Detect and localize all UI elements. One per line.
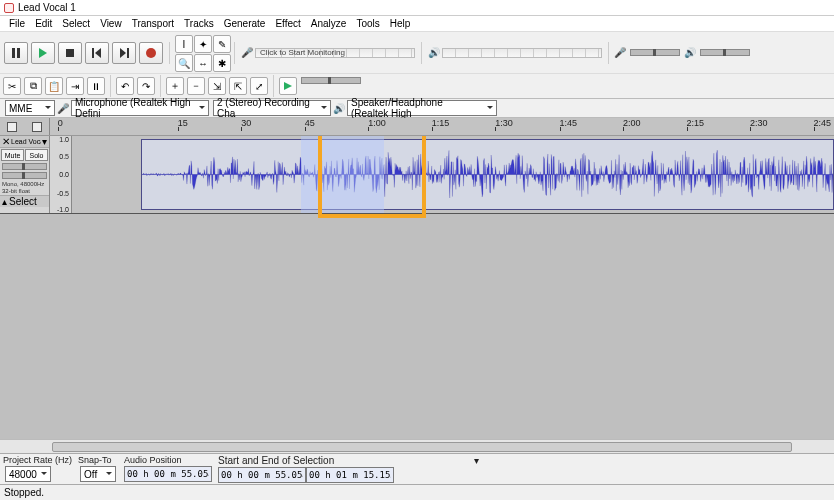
speaker-device-icon: 🔊 [333, 102, 345, 114]
timeshift-tool-icon[interactable]: ↔ [194, 54, 212, 72]
play-speed-slider[interactable] [301, 77, 361, 84]
selection-start-field[interactable] [218, 467, 306, 483]
title-bar: Lead Vocal 1 [0, 0, 834, 16]
trim-icon[interactable]: ⇥ [66, 77, 84, 95]
record-volume-slider[interactable] [630, 49, 680, 56]
track-menu-icon[interactable]: ▾ [42, 136, 47, 147]
speaker-gain-icon: 🔊 [684, 47, 696, 58]
menu-analyze[interactable]: Analyze [306, 18, 352, 29]
timeline-pin-right-icon[interactable] [32, 122, 42, 132]
record-channels-select[interactable]: 2 (Stereo) Recording Cha [213, 100, 331, 116]
track-close-icon[interactable]: ✕ [2, 136, 10, 147]
track-name-label[interactable]: Lead Vocal [11, 138, 41, 145]
timeline-tick: 2:30 [750, 118, 768, 128]
mic-device-icon: 🎤 [57, 102, 69, 114]
redo-icon[interactable]: ↷ [137, 77, 155, 95]
play-button[interactable] [31, 42, 55, 64]
menu-transport[interactable]: Transport [127, 18, 179, 29]
mic-gain-icon: 🎤 [614, 47, 626, 58]
selection-tool-icon[interactable]: I [175, 35, 193, 53]
horizontal-scrollbar[interactable] [0, 439, 834, 453]
paste-icon[interactable]: 📋 [45, 77, 63, 95]
zoom-toggle-icon[interactable]: ⤢ [250, 77, 268, 95]
track-collapse-icon[interactable]: ▴ [2, 196, 7, 207]
track-row: ✕ Lead Vocal ▾ Mute Solo Mono, 48000Hz 3… [0, 136, 834, 214]
menu-help[interactable]: Help [385, 18, 416, 29]
record-meter-hint: Click to Start Monitoring [260, 48, 345, 57]
snap-to-label: Snap-To [78, 455, 118, 465]
zoom-out-icon[interactable]: － [187, 77, 205, 95]
audio-host-select[interactable]: MME [5, 100, 55, 116]
record-device-select[interactable]: Microphone (Realtek High Defini [71, 100, 209, 116]
svg-marker-4 [95, 48, 101, 58]
record-button[interactable] [139, 42, 163, 64]
track-select-label[interactable]: Select [9, 196, 37, 207]
silence-icon[interactable]: ⏸ [87, 77, 105, 95]
play-at-speed-icon[interactable] [279, 77, 297, 95]
menu-bar: File Edit Select View Transport Tracks G… [0, 16, 834, 32]
fit-project-icon[interactable]: ⇱ [229, 77, 247, 95]
menu-edit[interactable]: Edit [30, 18, 57, 29]
device-toolbar: MME 🎤 Microphone (Realtek High Defini 2 … [0, 99, 834, 118]
play-meter[interactable]: 🔊 [424, 47, 606, 58]
menu-tools[interactable]: Tools [351, 18, 384, 29]
selection-mode-dropdown-icon[interactable]: ▾ [474, 455, 479, 466]
skip-start-button[interactable] [85, 42, 109, 64]
record-meter[interactable]: 🎤 Click to Start Monitoring [237, 47, 419, 58]
project-rate-select[interactable]: 48000 [5, 466, 51, 482]
svg-point-8 [146, 48, 156, 58]
solo-button[interactable]: Solo [25, 149, 48, 161]
timeline-pin-left-icon[interactable] [7, 122, 17, 132]
draw-tool-icon[interactable]: ✎ [213, 35, 231, 53]
timeline-tick: 2:15 [687, 118, 705, 128]
menu-view[interactable]: View [95, 18, 127, 29]
tools-toolbar: I ✦ ✎ 🔍 ↔ ✱ [172, 32, 232, 73]
fit-selection-icon[interactable]: ⇲ [208, 77, 226, 95]
stop-button[interactable] [58, 42, 82, 64]
undo-icon[interactable]: ↶ [116, 77, 134, 95]
envelope-tool-icon[interactable]: ✦ [194, 35, 212, 53]
menu-generate[interactable]: Generate [219, 18, 271, 29]
mute-button[interactable]: Mute [1, 149, 24, 161]
timeline-tick: 1:00 [368, 118, 386, 128]
waveform-area[interactable] [72, 136, 834, 213]
timeline-tick: 2:45 [814, 118, 832, 128]
timeline-ruler[interactable]: 0 1530451:001:151:301:452:002:152:302:45… [0, 118, 834, 136]
timeline-tick: 30 [241, 118, 251, 128]
gain-slider[interactable] [2, 163, 47, 170]
timeline-tick: 45 [305, 118, 315, 128]
play-device-select[interactable]: Speaker/Headphone (Realtek High [347, 100, 497, 116]
svg-marker-9 [284, 82, 292, 90]
copy-icon[interactable]: ⧉ [24, 77, 42, 95]
timeline-zero: 0 [58, 118, 63, 128]
status-text: Stopped. [4, 487, 44, 498]
cut-icon[interactable]: ✂ [3, 77, 21, 95]
svg-rect-3 [66, 49, 74, 57]
menu-file[interactable]: File [4, 18, 30, 29]
svg-marker-6 [120, 48, 126, 58]
audio-position-label: Audio Position [124, 455, 212, 465]
menu-tracks[interactable]: Tracks [179, 18, 219, 29]
pan-slider[interactable] [2, 172, 47, 179]
timeline-tick: 1:45 [560, 118, 578, 128]
play-volume-slider[interactable] [700, 49, 750, 56]
track-control-panel: ✕ Lead Vocal ▾ Mute Solo Mono, 48000Hz 3… [0, 136, 50, 213]
selection-end-field[interactable] [306, 467, 394, 483]
timeline-tick: 1:15 [432, 118, 450, 128]
multi-tool-icon[interactable]: ✱ [213, 54, 231, 72]
audio-position-field[interactable] [124, 466, 212, 482]
pause-button[interactable] [4, 42, 28, 64]
speaker-icon: 🔊 [428, 47, 440, 58]
zoom-tool-icon[interactable]: 🔍 [175, 54, 193, 72]
toolbar-area: I ✦ ✎ 🔍 ↔ ✱ 🎤 Click to Start Monitoring … [0, 32, 834, 99]
svg-rect-0 [12, 48, 15, 58]
skip-end-button[interactable] [112, 42, 136, 64]
snap-to-select[interactable]: Off [80, 466, 116, 482]
transport-toolbar [0, 40, 167, 66]
svg-rect-7 [127, 48, 129, 58]
menu-select[interactable]: Select [57, 18, 95, 29]
selection-range-label: Start and End of Selection [218, 455, 334, 466]
menu-effect[interactable]: Effect [270, 18, 305, 29]
zoom-in-icon[interactable]: ＋ [166, 77, 184, 95]
vertical-scale[interactable]: 1.0 0.5 0.0 -0.5 -1.0 [50, 136, 72, 213]
